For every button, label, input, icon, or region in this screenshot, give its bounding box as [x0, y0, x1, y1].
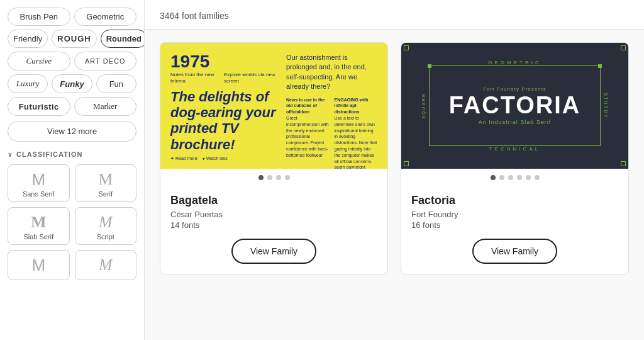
class-label-sans: Sans Serif	[23, 190, 55, 198]
tag-row-2: Friendly ROUGH Rounded	[8, 30, 136, 48]
factoria-dots	[401, 169, 628, 186]
factoria-dot-2	[499, 175, 504, 180]
tag-brush-pen[interactable]: Brush Pen	[8, 8, 70, 26]
tag-row-4: Luxury Funky Fun	[8, 74, 136, 93]
bagatela-note1: Notes from the new telema	[170, 72, 220, 85]
view-family-button-bagatela[interactable]: View Family	[231, 239, 316, 264]
class-label-slab: Slab Serif	[23, 233, 53, 241]
factoria-dot-5	[526, 175, 531, 180]
class-extra-1[interactable]: M	[8, 250, 70, 280]
corner-tr	[621, 45, 626, 50]
font-card-bagatela: 1975 Notes from the new telema Explore w…	[160, 42, 388, 275]
dot-3	[276, 175, 281, 180]
factoria-info: Factoria Fort Foundry 16 fonts View Fami…	[401, 186, 628, 274]
tag-art-deco[interactable]: ART DECO	[74, 52, 137, 71]
class-sans-serif[interactable]: M Sans Serif	[8, 164, 70, 202]
dot-1	[258, 175, 264, 180]
class-letter-slab: M	[31, 214, 47, 230]
bagatela-main-text: The delights of dog-earing your printed …	[170, 89, 280, 152]
bagatela-left-col: 1975 Notes from the new telema Explore w…	[170, 53, 280, 159]
classification-header: ∨ CLASSIFICATION	[8, 150, 136, 158]
corner-br	[621, 161, 626, 166]
bagatela-note2: Explore worlds via new screen	[224, 72, 280, 85]
factoria-geometric-label: GEOMETRIC	[488, 60, 541, 65]
corner-tl	[404, 45, 409, 50]
class-letter-script: M	[99, 214, 113, 230]
factoria-dot-1	[491, 175, 496, 180]
font-card-factoria: GEOMETRIC SQUARE STURDY Fort Foundry Pre…	[401, 42, 629, 275]
class-letter-serif: M	[98, 171, 113, 188]
bagatela-dots	[160, 169, 387, 186]
factoria-square-label: SQUARE	[421, 93, 426, 119]
factoria-main-name: FACTORIA	[449, 93, 581, 117]
tag-funky[interactable]: Funky	[52, 74, 92, 93]
factoria-designer: Fort Foundry	[411, 210, 618, 219]
tag-rough[interactable]: ROUGH	[52, 30, 96, 48]
tag-marker[interactable]: Marker	[74, 97, 137, 116]
factoria-dot-4	[517, 175, 522, 180]
bagatela-info: Bagatela César Puertas 14 fonts View Fam…	[160, 186, 387, 274]
bagatela-name: Bagatela	[170, 194, 377, 207]
tag-rounded[interactable]: Rounded	[101, 30, 145, 48]
bagatela-quote: Our astonishment is prolonged and, in th…	[286, 53, 377, 92]
dot-4	[285, 175, 290, 180]
class-serif[interactable]: M Serif	[75, 164, 137, 202]
tag-futuristic[interactable]: Futuristic	[8, 97, 70, 116]
bagatela-preview: 1975 Notes from the new telema Explore w…	[160, 43, 387, 169]
class-letter-extra2: M	[99, 257, 113, 273]
bagatela-watch-less: ● Watch less	[203, 156, 228, 161]
bagatela-col2-label: ENGAGING with infinite apt distractions	[335, 97, 378, 115]
factoria-preview-container: GEOMETRIC SQUARE STURDY Fort Foundry Pre…	[401, 43, 628, 169]
bagatela-year: 1975	[170, 53, 280, 71]
tag-luxury[interactable]: Luxury	[8, 74, 48, 93]
chevron-down-icon: ∨	[8, 151, 13, 158]
factoria-foundry-label: Fort Foundry Presents	[483, 86, 547, 92]
bagatela-col2-text: Use a text to determine one's own inspir…	[335, 115, 378, 169]
factoria-border-box: GEOMETRIC SQUARE STURDY Fort Foundry Pre…	[429, 65, 601, 146]
bagatela-designer: César Puertas	[170, 210, 377, 219]
factoria-sturdy-label: STURDY	[604, 93, 608, 119]
tag-row-3: Cursive ART DECO	[8, 52, 136, 71]
bagatela-font-count: 14 fonts	[170, 220, 377, 230]
factoria-sub-label: An Industrial Slab Serif	[479, 119, 552, 125]
tag-friendly[interactable]: Friendly	[8, 30, 48, 48]
bagatela-read-more: ✦ Read more	[170, 156, 197, 161]
tag-cursive[interactable]: Cursive	[8, 52, 70, 71]
dot-2	[267, 175, 272, 180]
main-header: 3464 font families	[145, 0, 644, 30]
corner-bl	[404, 161, 409, 166]
tag-geometric[interactable]: Geometric	[74, 8, 137, 26]
class-script[interactable]: M Script	[75, 207, 137, 245]
cards-container: 1975 Notes from the new telema Explore w…	[145, 30, 644, 287]
view-more-button[interactable]: View 12 more	[8, 121, 136, 142]
sidebar: Brush Pen Geometric Friendly ROUGH Round…	[0, 0, 145, 340]
factoria-name: Factoria	[411, 194, 618, 207]
bagatela-col1-label: News to use in the old cubicles of offic…	[286, 97, 330, 115]
class-extra-2[interactable]: M	[75, 250, 137, 280]
bagatela-col1-text: Greet incomprehension with the newly end…	[286, 115, 330, 159]
font-count: 3464 font families	[160, 11, 229, 21]
factoria-dot-6	[535, 175, 540, 180]
factoria-dot-3	[508, 175, 513, 180]
class-letter-sans: M	[31, 171, 45, 188]
factoria-technical-label: TECHNICAL	[489, 146, 540, 152]
tag-row-5: Futuristic Marker	[8, 97, 136, 116]
bagatela-right-col: Our astonishment is prolonged and, in th…	[286, 53, 377, 159]
class-label-script: Script	[97, 233, 114, 241]
classification-section: ∨ CLASSIFICATION M Sans Serif M Serif M …	[8, 150, 136, 280]
classification-grid: M Sans Serif M Serif M Slab Serif M Scri…	[8, 164, 136, 280]
class-letter-extra1: M	[31, 257, 45, 273]
tag-fun[interactable]: Fun	[96, 74, 136, 93]
tag-row-1: Brush Pen Geometric	[8, 8, 136, 26]
class-label-serif: Serif	[98, 190, 113, 198]
main-content: 3464 font families 1975 Notes from the n…	[145, 0, 644, 340]
view-family-button-factoria[interactable]: View Family	[472, 239, 557, 264]
factoria-font-count: 16 fonts	[411, 220, 618, 230]
class-slab-serif[interactable]: M Slab Serif	[8, 207, 70, 245]
